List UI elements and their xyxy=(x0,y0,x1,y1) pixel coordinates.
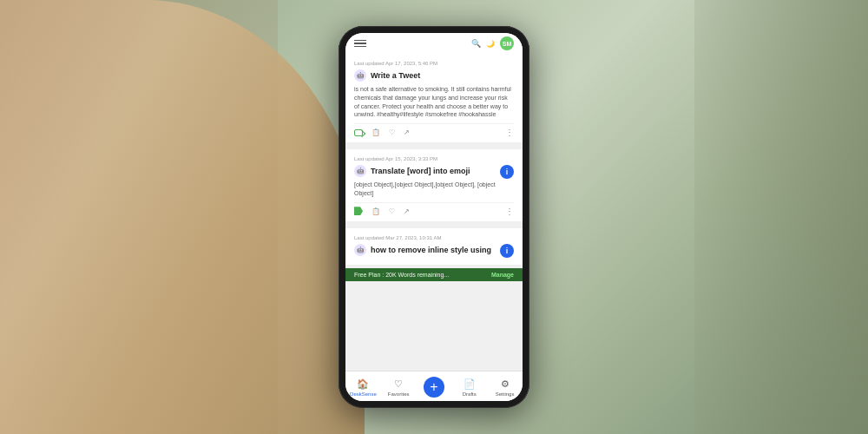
menu-button[interactable] xyxy=(354,40,366,48)
blue-badge-3[interactable]: i xyxy=(500,244,514,258)
phone-screen: 🔍 🌙 SM Last updated Apr 17, 2023, 5:46 P… xyxy=(345,33,523,401)
card-2-actions: 📋 ♡ ↗ ⋮ xyxy=(354,202,514,216)
nav-item-settings[interactable]: ⚙ Settings xyxy=(487,378,523,397)
card-2-title-row: 🤖 Translate [word] into emoji xyxy=(354,165,514,177)
search-button[interactable]: 🔍 xyxy=(471,39,481,48)
card-1-title[interactable]: Write a Tweet xyxy=(371,71,420,80)
nav-item-desksense[interactable]: 🏠 DeskSense xyxy=(345,378,381,397)
card-2-title[interactable]: Translate [word] into emoji xyxy=(371,167,470,175)
add-button[interactable]: + xyxy=(424,377,444,398)
card-3-meta: Last updated Mar 27, 2023, 10:31 AM xyxy=(354,235,514,240)
tag-icon-1[interactable] xyxy=(354,129,363,136)
card-2-body: [object Object],[object Object],[object … xyxy=(354,181,514,198)
bg-blur-right xyxy=(694,0,868,434)
phone-outer: 🔍 🌙 SM Last updated Apr 17, 2023, 5:46 P… xyxy=(339,26,529,408)
heart-icon-2[interactable]: ♡ xyxy=(389,207,395,215)
nav-item-add[interactable]: + xyxy=(417,377,452,398)
card-1-meta: Last updated Apr 17, 2023, 5:46 PM xyxy=(354,61,514,66)
card-translate-emoji: Last updated Apr 15, 2023, 3:33 PM i 🤖 T… xyxy=(345,149,523,221)
card-3-title[interactable]: how to remove inline style using xyxy=(371,246,491,254)
phone-wrapper: 🔍 🌙 SM Last updated Apr 17, 2023, 5:46 P… xyxy=(339,26,529,408)
card-write-tweet: Last updated Apr 17, 2023, 5:46 PM 🤖 Wri… xyxy=(345,54,523,142)
heart-icon-1[interactable]: ♡ xyxy=(389,128,395,136)
favorites-label: Favorites xyxy=(388,391,410,397)
card-1-body: is not a safe alternative to smoking. It… xyxy=(354,85,514,119)
nav-item-drafts[interactable]: 📄 Drafts xyxy=(451,378,487,397)
card-3-title-row: 🤖 how to remove inline style using xyxy=(354,244,514,256)
copy-icon-2[interactable]: 📋 xyxy=(372,207,380,215)
avatar[interactable]: SM xyxy=(500,36,514,50)
free-plan-text: Free Plan : 20K Words remaining... xyxy=(354,272,449,278)
settings-label: Settings xyxy=(496,391,515,397)
favorites-icon: ♡ xyxy=(394,378,403,390)
copy-icon-1[interactable]: 📋 xyxy=(372,128,380,136)
card-inline-style: Last updated Mar 27, 2023, 10:31 AM i 🤖 … xyxy=(345,228,523,265)
content-area: Last updated Apr 17, 2023, 5:46 PM 🤖 Wri… xyxy=(345,54,523,371)
card-1-title-row: 🤖 Write a Tweet xyxy=(354,69,514,82)
share-icon-2[interactable]: ↗ xyxy=(404,207,410,215)
share-icon-1[interactable]: ↗ xyxy=(404,128,410,136)
drafts-label: Drafts xyxy=(463,391,477,397)
card-3-icon: 🤖 xyxy=(354,244,366,256)
desksense-icon: 🏠 xyxy=(357,378,369,390)
settings-icon: ⚙ xyxy=(501,378,510,390)
card-1-icon: 🤖 xyxy=(354,69,366,82)
status-right: 🔍 🌙 SM xyxy=(471,36,514,50)
drafts-icon: 📄 xyxy=(464,378,476,390)
card-2-icon: 🤖 xyxy=(354,165,366,177)
more-icon-2[interactable]: ⋮ xyxy=(505,207,514,216)
more-icon-1[interactable]: ⋮ xyxy=(505,128,514,137)
manage-button[interactable]: Manage xyxy=(491,272,514,278)
green-tag-2[interactable] xyxy=(354,207,363,215)
bottom-nav: 🏠 DeskSense ♡ Favorites + 📄 Drafts ⚙ Set… xyxy=(345,371,523,401)
nav-item-favorites[interactable]: ♡ Favorites xyxy=(381,378,417,397)
card-1-actions: 📋 ♡ ↗ ⋮ xyxy=(354,123,514,137)
free-plan-banner: Free Plan : 20K Words remaining... Manag… xyxy=(345,268,523,281)
desksense-label: DeskSense xyxy=(350,391,377,397)
theme-toggle-button[interactable]: 🌙 xyxy=(486,40,495,48)
card-2-meta: Last updated Apr 15, 2023, 3:33 PM xyxy=(354,156,514,161)
status-bar: 🔍 🌙 SM xyxy=(345,33,523,54)
